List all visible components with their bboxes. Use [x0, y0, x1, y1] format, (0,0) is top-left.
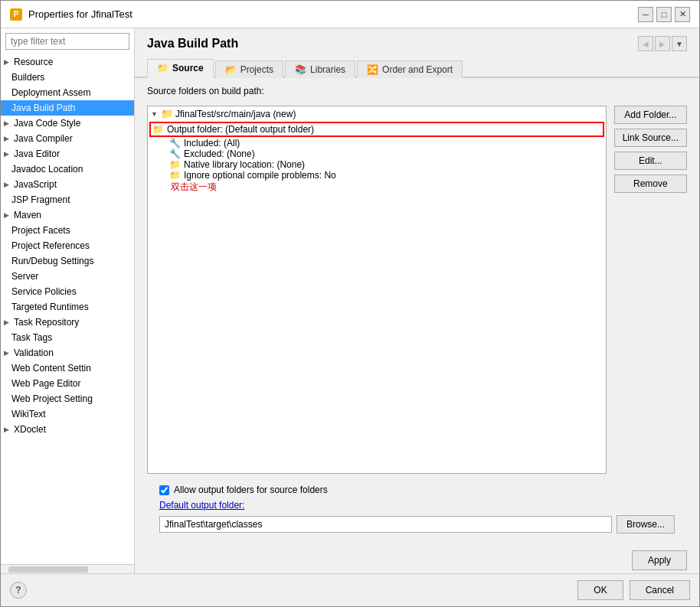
sidebar-item-java-build-path[interactable]: Java Build Path — [1, 100, 134, 116]
tree-root-item[interactable]: ▼ 📁 JfinalTest/src/main/java (new) — [148, 106, 606, 121]
link-source-button[interactable]: Link Source... — [614, 129, 687, 147]
sidebar-item-validation[interactable]: ▶ Validation — [1, 345, 134, 361]
sidebar-item-java-compiler[interactable]: ▶ Java Compiler — [1, 131, 134, 146]
output-folder-input[interactable] — [159, 516, 612, 533]
remove-button[interactable]: Remove — [614, 175, 687, 193]
sidebar-item-javadoc[interactable]: Javadoc Location — [1, 162, 134, 177]
sidebar-item-xdoclet[interactable]: ▶ XDoclet — [1, 422, 134, 437]
sidebar-item-task-tags[interactable]: Task Tags — [1, 330, 134, 345]
sidebar-item-javascript[interactable]: ▶ JavaScript — [1, 177, 134, 192]
tab-source[interactable]: 📁 Source — [147, 59, 214, 78]
sidebar-item-maven[interactable]: ▶ Maven — [1, 207, 134, 223]
tab-order-export[interactable]: 🔀 Order and Export — [357, 60, 463, 78]
sidebar-item-label: Server — [11, 271, 38, 282]
tree-root-label: JfinalTest/src/main/java (new) — [175, 109, 296, 119]
sidebar-item-label: XDoclet — [14, 424, 46, 435]
arrow-icon: ▶ — [4, 150, 9, 158]
output-folder-row[interactable]: 📁 Output folder: (Default output folder) — [149, 122, 604, 137]
tab-source-label: Source — [172, 63, 204, 73]
dialog-body: ▶ Resource Builders Deployment Assem Jav… — [1, 28, 699, 573]
sidebar-item-label: JavaScript — [14, 179, 57, 190]
maximize-button[interactable]: □ — [656, 7, 672, 22]
ignore-optional-row[interactable]: 📁 Ignore optional compile problems: No — [148, 170, 606, 181]
sidebar-item-label: Project References — [11, 240, 90, 251]
allow-output-label: Allow output folders for source folders — [174, 485, 328, 495]
sidebar-item-label: Web Content Settin — [11, 363, 91, 374]
sidebar-item-label: Java Compiler — [14, 133, 73, 144]
sidebar-item-targeted-runtimes[interactable]: Targeted Runtimes — [1, 299, 134, 315]
sidebar-item-label: Validation — [14, 348, 54, 358]
tab-projects-label: Projects — [240, 64, 273, 75]
excluded-row[interactable]: 🔧 Excluded: (None) — [148, 148, 606, 159]
arrow-icon: ▶ — [4, 211, 9, 219]
sidebar-list: ▶ Resource Builders Deployment Assem Jav… — [1, 54, 134, 564]
excluded-icon: 🔧 — [169, 148, 181, 159]
sidebar-item-label: Web Project Setting — [11, 393, 93, 404]
close-button[interactable]: ✕ — [675, 7, 690, 22]
nav-forward-button[interactable]: ▶ — [655, 36, 670, 51]
arrow-icon: ▶ — [4, 181, 9, 188]
sidebar-scrollbar[interactable] — [1, 564, 134, 573]
sidebar-item-deployment[interactable]: Deployment Assem — [1, 85, 134, 100]
output-folder-icon: 📁 — [152, 124, 164, 135]
apply-button[interactable]: Apply — [632, 550, 687, 570]
sidebar-item-label: Deployment Assem — [11, 87, 90, 98]
sidebar-item-builders[interactable]: Builders — [1, 70, 134, 85]
sidebar-item-java-code-style[interactable]: ▶ Java Code Style — [1, 116, 134, 131]
ok-button[interactable]: OK — [577, 580, 623, 600]
add-folder-button[interactable]: Add Folder... — [614, 106, 687, 124]
default-output-folder-label[interactable]: Default output folder: — [159, 500, 244, 511]
arrow-icon: ▶ — [4, 119, 9, 127]
filter-input[interactable] — [5, 33, 129, 50]
footer-left: ? — [10, 582, 27, 599]
tree-and-buttons: ▼ 📁 JfinalTest/src/main/java (new) 📁 Out… — [147, 106, 687, 474]
minimize-button[interactable]: ─ — [638, 7, 653, 22]
buttons-panel: Add Folder... Link Source... Edit... Rem… — [614, 106, 687, 474]
default-output-label: Default output folder: — [159, 500, 675, 511]
sidebar-item-web-content[interactable]: Web Content Settin — [1, 361, 134, 376]
included-icon: 🔧 — [169, 138, 181, 148]
footer-right: OK Cancel — [577, 580, 690, 600]
allow-output-checkbox[interactable] — [159, 485, 169, 495]
edit-button[interactable]: Edit... — [614, 152, 687, 170]
apply-section: Apply — [135, 546, 699, 573]
sidebar-item-label: Javadoc Location — [11, 164, 83, 175]
sidebar-item-label: Run/Debug Settings — [11, 256, 93, 266]
projects-tab-icon: 📂 — [225, 64, 237, 75]
tab-libraries[interactable]: 📚 Libraries — [285, 60, 355, 78]
browse-button[interactable]: Browse... — [617, 515, 675, 534]
sidebar-item-run-debug[interactable]: Run/Debug Settings — [1, 253, 134, 269]
sidebar-item-project-facets[interactable]: Project Facets — [1, 223, 134, 238]
sidebar-item-wikitext[interactable]: WikiText — [1, 406, 134, 422]
nav-dropdown-button[interactable]: ▼ — [672, 36, 687, 51]
sidebar-item-server[interactable]: Server — [1, 269, 134, 284]
sidebar-item-web-project[interactable]: Web Project Setting — [1, 391, 134, 406]
title-bar-left: P Properties for JfinalTest — [10, 8, 132, 21]
tab-projects[interactable]: 📂 Projects — [215, 60, 283, 78]
sidebar-item-project-references[interactable]: Project References — [1, 238, 134, 253]
allow-output-folders-row: Allow output folders for source folders — [159, 485, 675, 495]
nav-back-button[interactable]: ◀ — [638, 36, 653, 51]
sidebar-item-service-policies[interactable]: Service Policies — [1, 284, 134, 299]
content-header: Java Build Path ◀ ▶ ▼ — [135, 28, 699, 57]
cancel-button[interactable]: Cancel — [630, 580, 690, 600]
included-row[interactable]: 🔧 Included: (All) — [148, 138, 606, 148]
bottom-controls: Allow output folders for source folders … — [147, 480, 687, 538]
help-button[interactable]: ? — [10, 582, 27, 599]
content-panel: Java Build Path ◀ ▶ ▼ 📁 Source 📂 Project… — [135, 28, 699, 573]
included-label: Included: (All) — [184, 138, 240, 148]
native-lib-row[interactable]: 📁 Native library location: (None) — [148, 159, 606, 170]
nav-arrows: ◀ ▶ ▼ — [638, 36, 687, 51]
sidebar: ▶ Resource Builders Deployment Assem Jav… — [1, 28, 135, 573]
sidebar-item-task-repository[interactable]: ▶ Task Repository — [1, 315, 134, 330]
sidebar-item-resource[interactable]: ▶ Resource — [1, 54, 134, 70]
sidebar-item-label: Java Code Style — [14, 118, 80, 129]
tree-expand-icon: ▼ — [151, 110, 159, 118]
ignore-label: Ignore optional compile problems: No — [184, 170, 336, 181]
sidebar-item-web-page-editor[interactable]: Web Page Editor — [1, 376, 134, 391]
arrow-icon: ▶ — [4, 135, 9, 142]
sidebar-item-java-editor[interactable]: ▶ Java Editor — [1, 146, 134, 162]
sidebar-item-jsp-fragment[interactable]: JSP Fragment — [1, 192, 134, 207]
excluded-label: Excluded: (None) — [184, 148, 255, 159]
tree-panel[interactable]: ▼ 📁 JfinalTest/src/main/java (new) 📁 Out… — [147, 106, 607, 474]
